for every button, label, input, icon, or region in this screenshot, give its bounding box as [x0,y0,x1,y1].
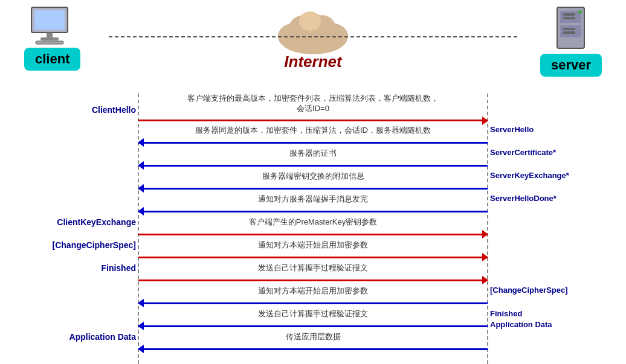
row-serverhello: ServerHello 服务器同意的版本，加密套件，压缩算法，会话ID，服务器端… [0,125,626,148]
servercertificate-label: ServerCertificate* [490,148,620,158]
internet-label: Internet [284,53,341,71]
arrow-left-4 [138,183,488,194]
arrow-left-9 [138,298,488,308]
clienthello-label: ClientHello [6,104,136,115]
arrow-left-10 [138,321,488,331]
changecipherspec-left-label: [ChangeCipherSpec] [6,240,136,251]
svg-rect-3 [40,37,59,40]
row-serverhellodone: ServerHelloDone* 通知对方服务器端握手消息发完 [0,194,626,217]
diagram: ClientHello 客户端支持的最高版本，加密套件列表，压缩算法列表，客户端… [0,94,626,364]
svg-rect-1 [34,10,65,30]
serverhellodone-label: ServerHelloDone* [490,194,620,204]
msg4-text: 服务器端密钥交换的附加信息 [262,171,364,182]
svg-rect-16 [563,17,575,19]
msg5-text: 通知对方服务器端握手消息发完 [258,194,368,205]
svg-rect-17 [563,28,575,30]
msg3-text: 服务器的证书 [289,148,337,159]
finished-right-label: Finished Application Data [490,308,620,330]
svg-rect-15 [563,13,575,16]
clientkeyexchange-label: ClientKeyExchange [6,217,136,228]
server-computer-icon [551,6,590,51]
serverhello-label: ServerHello [490,125,620,135]
row-finished-server: Finished Application Data 发送自己计算握手过程验证报文 [0,308,626,331]
arrow-left-11 [138,343,488,354]
application-data-left-label: Application Data [6,331,136,342]
serverkeyexchange-label: ServerKeyExchange* [490,171,620,181]
dashed-line [109,36,517,37]
changecipherspec-right-label: [ChangeCipherSpec] [490,286,620,296]
msg2-text: 服务器同意的版本，加密套件，压缩算法，会话ID，服务器端随机数 [195,125,431,136]
row-finished-client: Finished 发送自己计算握手过程验证报文 [0,263,626,286]
row-changecipherspec-client: [ChangeCipherSpec] 通知对方本端开始启用加密参数 [0,240,626,263]
row-changecipherspec-server: [ChangeCipherSpec] 通知对方本端开始启用加密参数 [0,286,626,308]
arrow-right-8 [138,275,488,286]
svg-rect-18 [563,31,575,34]
msg11-text: 传送应用层数据 [286,331,341,342]
arrow-left-2 [138,137,488,148]
client-area: client [24,6,80,71]
svg-rect-2 [47,33,53,37]
finished-left-label: Finished [6,263,136,273]
row-serverkeyexchange: ServerKeyExchange* 服务器端密钥交换的附加信息 [0,171,626,194]
svg-rect-4 [36,41,63,44]
row-servercertificate: ServerCertificate* 服务器的证书 [0,148,626,171]
svg-point-19 [578,10,582,14]
msg1-text: 客户端支持的最高版本，加密套件列表，压缩算法列表，客户端随机数， 会话ID=0 [187,94,439,114]
arrow-right-6 [138,229,488,240]
arrow-left-5 [138,206,488,217]
msg8-text: 发送自己计算握手过程验证报文 [258,263,368,273]
msg7-text: 通知对方本端开始启用加密参数 [258,240,368,251]
svg-point-11 [299,11,321,31]
row-clientkeyexchange: ClientKeyExchange 客户端产生的PreMasterKey密钥参数 [0,217,626,240]
msg10-text: 发送自己计算握手过程验证报文 [258,308,368,319]
top-section: client Internet [0,0,626,97]
arrow-right-7 [138,252,488,263]
arrow-left-3 [138,160,488,171]
msg6-text: 客户端产生的PreMasterKey密钥参数 [249,217,377,228]
cloud-icon [271,3,355,57]
server-label: server [540,54,602,77]
row-clienthello: ClientHello 客户端支持的最高版本，加密套件列表，压缩算法列表，客户端… [0,94,626,125]
client-computer-icon [28,6,77,45]
msg9-text: 通知对方本端开始启用加密参数 [258,286,368,296]
client-label: client [24,48,80,71]
server-area: server [540,6,602,77]
